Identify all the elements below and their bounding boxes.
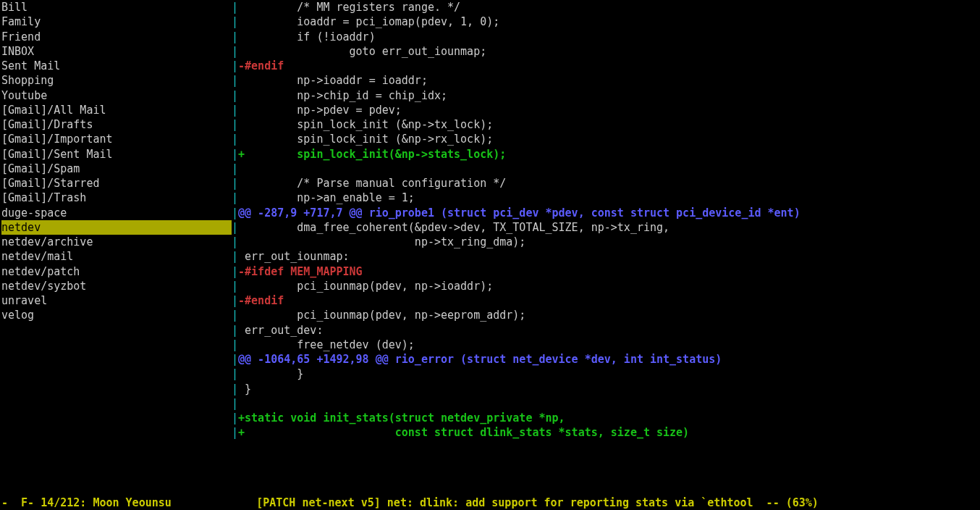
sidebar-item--gmail-starred[interactable]: [Gmail]/Starred	[1, 176, 232, 191]
pane-separator: |	[232, 74, 238, 87]
diff-line: | spin_lock_init (&np->rx_lock);	[232, 132, 980, 146]
diff-line: | pci_iounmap(pdev, np->eeprom_addr);	[232, 308, 980, 322]
sidebar-item-sent-mail[interactable]: Sent Mail	[1, 59, 232, 73]
sidebar-item--gmail-sent-mail[interactable]: [Gmail]/Sent Mail	[1, 147, 232, 162]
pane-separator: |	[232, 148, 238, 161]
pane-separator: |	[232, 309, 238, 322]
diff-line: | /* MM registers range. */	[232, 0, 980, 14]
sidebar-item-netdev-archive[interactable]: netdev/archive	[1, 235, 232, 249]
diff-text: @@ -1064,65 +1492,98 @@ rio_error (struc…	[238, 353, 722, 366]
sidebar-item-friend[interactable]: Friend	[1, 30, 232, 44]
sidebar-item-netdev-patch[interactable]: netdev/patch	[1, 264, 232, 279]
diff-text: -#endif	[238, 59, 284, 72]
sidebar-item-netdev[interactable]: netdev	[1, 220, 232, 235]
pane-separator: |	[232, 133, 238, 146]
diff-line: | dma_free_coherent(&pdev->dev, TX_TOTAL…	[232, 220, 980, 235]
pane-separator: |	[232, 118, 238, 131]
diff-text: pci_iounmap(pdev, np->eeprom_addr);	[238, 309, 525, 322]
message-pane[interactable]: | /* MM registers range. */| ioaddr = pc…	[232, 0, 980, 494]
diff-text: }	[238, 382, 251, 396]
diff-text: np->tx_ring_dma);	[238, 235, 525, 248]
pane-separator: |	[232, 177, 238, 190]
pane-separator: |	[232, 265, 238, 278]
diff-line: | ioaddr = pci_iomap(pdev, 1, 0);	[232, 14, 980, 29]
diff-line: | np->an_enable = 1;	[232, 191, 980, 205]
diff-text: np->chip_id = chip_idx;	[238, 89, 447, 102]
diff-text: err_out_iounmap:	[238, 250, 350, 263]
diff-text: ioaddr = pci_iomap(pdev, 1, 0);	[238, 15, 499, 28]
diff-line: | if (!ioaddr)	[232, 30, 980, 44]
sidebar-item--gmail-important[interactable]: [Gmail]/Important	[1, 132, 232, 146]
diff-text: free_netdev (dev);	[238, 338, 415, 351]
diff-line: |-#endif	[232, 59, 980, 73]
pane-separator: |	[232, 397, 238, 410]
sidebar-item-shopping[interactable]: Shopping	[1, 73, 232, 88]
diff-text: spin_lock_init (&np->tx_lock);	[238, 118, 493, 131]
diff-line: | }	[232, 367, 980, 381]
diff-line: | }	[232, 382, 980, 396]
sidebar-item-inbox[interactable]: INBOX	[1, 44, 232, 59]
pane-separator: |	[232, 30, 238, 43]
diff-line: |@@ -1064,65 +1492,98 @@ rio_error (stru…	[232, 352, 980, 367]
pane-separator: |	[232, 367, 238, 380]
sidebar-item-unravel[interactable]: unravel	[1, 293, 232, 308]
sidebar-item-velog[interactable]: velog	[1, 308, 232, 322]
sidebar-item-family[interactable]: Family	[1, 14, 232, 29]
pane-separator: |	[232, 1, 238, 14]
diff-line: | np->chip_id = chip_idx;	[232, 88, 980, 103]
pane-separator: |	[232, 338, 238, 351]
diff-text: /* MM registers range. */	[238, 1, 460, 14]
diff-text: + const struct dlink_stats *stats, size_…	[238, 426, 689, 439]
sidebar-item-bill[interactable]: Bill	[1, 0, 232, 14]
pane-separator: |	[232, 411, 238, 425]
pane-separator: |	[232, 191, 238, 204]
pane-separator: |	[232, 206, 238, 220]
sidebar-item-netdev-syzbot[interactable]: netdev/syzbot	[1, 279, 232, 293]
pane-separator: |	[232, 59, 238, 72]
pane-separator: |	[232, 15, 238, 28]
diff-text: /* Parse manual configuration */	[238, 177, 506, 190]
pane-separator: |	[232, 235, 238, 248]
app-layout: BillFamilyFriendINBOXSent MailShoppingYo…	[0, 0, 980, 494]
sidebar-item--gmail-drafts[interactable]: [Gmail]/Drafts	[1, 117, 232, 132]
diff-text: spin_lock_init (&np->rx_lock);	[238, 133, 493, 146]
status-bar: - F- 14/212: Moon Yeounsu [PATCH net-nex…	[0, 496, 980, 510]
sidebar-item-netdev-mail[interactable]: netdev/mail	[1, 249, 232, 264]
diff-line: | spin_lock_init (&np->tx_lock);	[232, 117, 980, 132]
diff-line: |	[232, 162, 980, 176]
diff-line: | free_netdev (dev);	[232, 338, 980, 352]
pane-separator: |	[232, 89, 238, 102]
diff-line: |	[232, 396, 980, 411]
sidebar-item-duge-space[interactable]: duge-space	[1, 206, 232, 220]
diff-text: @@ -287,9 +717,7 @@ rio_probe1 (struct p…	[238, 206, 801, 220]
diff-line: |+ spin_lock_init(&np->stats_lock);	[232, 147, 980, 162]
folder-sidebar: BillFamilyFriendINBOXSent MailShoppingYo…	[0, 0, 232, 494]
diff-line: | np->tx_ring_dma);	[232, 235, 980, 249]
sidebar-item--gmail-all-mail[interactable]: [Gmail]/All Mail	[1, 103, 232, 117]
diff-text: }	[238, 367, 303, 380]
diff-line: |+ const struct dlink_stats *stats, size…	[232, 425, 980, 440]
pane-separator: |	[232, 250, 238, 263]
pane-separator: |	[232, 221, 238, 234]
diff-line: | np->ioaddr = ioaddr;	[232, 73, 980, 88]
diff-line: | pci_iounmap(pdev, np->ioaddr);	[232, 279, 980, 293]
diff-text: if (!ioaddr)	[238, 30, 376, 43]
diff-text: +static void init_stats(struct netdev_pr…	[238, 411, 565, 425]
diff-line: | np->pdev = pdev;	[232, 103, 980, 117]
diff-text: + spin_lock_init(&np->stats_lock);	[238, 148, 506, 161]
diff-text: np->ioaddr = ioaddr;	[238, 74, 428, 87]
diff-text: np->an_enable = 1;	[238, 191, 415, 204]
pane-separator: |	[232, 45, 238, 58]
diff-line: | /* Parse manual configuration */	[232, 176, 980, 191]
diff-line: |+static void init_stats(struct netdev_p…	[232, 411, 980, 425]
diff-line: | goto err_out_iounmap;	[232, 44, 980, 59]
sidebar-item-youtube[interactable]: Youtube	[1, 88, 232, 103]
diff-line: |-#endif	[232, 293, 980, 308]
pane-separator: |	[232, 294, 238, 307]
diff-text: dma_free_coherent(&pdev->dev, TX_TOTAL_S…	[238, 221, 669, 234]
sidebar-item--gmail-spam[interactable]: [Gmail]/Spam	[1, 162, 232, 176]
diff-text: np->pdev = pdev;	[238, 104, 402, 117]
sidebar-item--gmail-trash[interactable]: [Gmail]/Trash	[1, 191, 232, 205]
diff-line: | err_out_dev:	[232, 323, 980, 338]
diff-line: |-#ifdef MEM_MAPPING	[232, 264, 980, 279]
